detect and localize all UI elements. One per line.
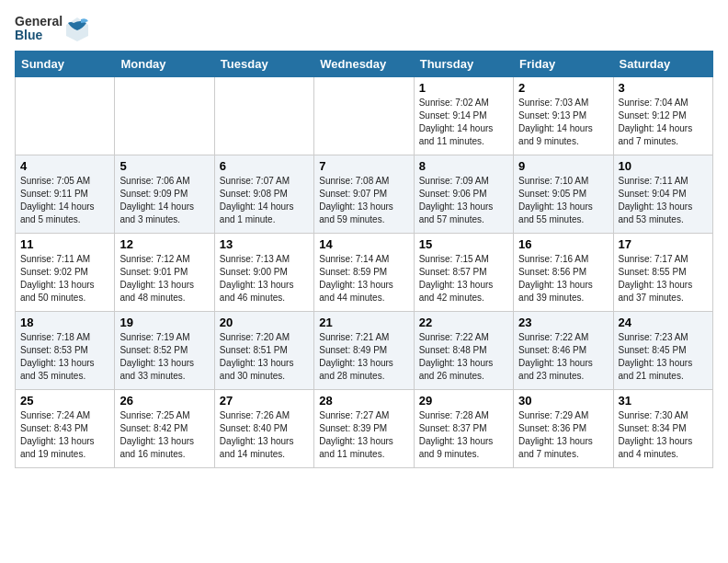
- calendar-cell: [16, 76, 115, 155]
- week-row-1: 1Sunrise: 7:02 AM Sunset: 9:14 PM Daylig…: [16, 76, 713, 155]
- day-number: 23: [518, 316, 608, 329]
- week-row-3: 11Sunrise: 7:11 AM Sunset: 9:02 PM Dayli…: [16, 233, 713, 311]
- day-number: 31: [619, 394, 708, 408]
- day-number: 8: [419, 159, 508, 173]
- days-header-row: SundayMondayTuesdayWednesdayThursdayFrid…: [16, 51, 713, 76]
- day-number: 15: [419, 237, 508, 251]
- calendar-cell: 23Sunrise: 7:22 AM Sunset: 8:46 PM Dayli…: [514, 311, 613, 389]
- calendar-cell: 26Sunrise: 7:25 AM Sunset: 8:42 PM Dayli…: [115, 389, 214, 467]
- day-header-saturday: Saturday: [613, 51, 712, 76]
- day-number: 5: [119, 159, 209, 173]
- day-info: Sunrise: 7:22 AM Sunset: 8:48 PM Dayligh…: [419, 331, 508, 383]
- day-number: 20: [220, 316, 309, 329]
- calendar-cell: 7Sunrise: 7:08 AM Sunset: 9:07 PM Daylig…: [314, 155, 414, 233]
- day-number: 27: [220, 394, 309, 408]
- day-number: 14: [319, 237, 408, 251]
- calendar-cell: 24Sunrise: 7:23 AM Sunset: 8:45 PM Dayli…: [613, 311, 712, 389]
- day-info: Sunrise: 7:22 AM Sunset: 8:46 PM Dayligh…: [518, 331, 608, 383]
- day-info: Sunrise: 7:12 AM Sunset: 9:01 PM Dayligh…: [119, 253, 209, 304]
- day-number: 16: [518, 237, 608, 251]
- calendar-cell: 13Sunrise: 7:13 AM Sunset: 9:00 PM Dayli…: [214, 233, 313, 311]
- calendar-cell: 19Sunrise: 7:19 AM Sunset: 8:52 PM Dayli…: [115, 311, 214, 389]
- day-info: Sunrise: 7:13 AM Sunset: 9:00 PM Dayligh…: [220, 253, 309, 304]
- day-info: Sunrise: 7:16 AM Sunset: 8:56 PM Dayligh…: [518, 253, 608, 304]
- day-number: 9: [518, 159, 608, 173]
- day-header-thursday: Thursday: [414, 51, 513, 76]
- calendar-cell: 28Sunrise: 7:27 AM Sunset: 8:39 PM Dayli…: [314, 389, 414, 467]
- day-number: 17: [619, 237, 708, 251]
- calendar-cell: 21Sunrise: 7:21 AM Sunset: 8:49 PM Dayli…: [314, 311, 414, 389]
- day-info: Sunrise: 7:07 AM Sunset: 9:08 PM Dayligh…: [220, 175, 309, 226]
- day-info: Sunrise: 7:10 AM Sunset: 9:05 PM Dayligh…: [518, 175, 608, 226]
- calendar-cell: 15Sunrise: 7:15 AM Sunset: 8:57 PM Dayli…: [414, 233, 513, 311]
- day-number: 30: [518, 394, 608, 408]
- calendar-cell: 1Sunrise: 7:02 AM Sunset: 9:14 PM Daylig…: [414, 76, 513, 155]
- day-info: Sunrise: 7:19 AM Sunset: 8:52 PM Dayligh…: [119, 331, 209, 383]
- day-info: Sunrise: 7:27 AM Sunset: 8:39 PM Dayligh…: [319, 409, 408, 461]
- day-info: Sunrise: 7:05 AM Sunset: 9:11 PM Dayligh…: [20, 175, 109, 226]
- day-info: Sunrise: 7:11 AM Sunset: 9:02 PM Dayligh…: [20, 253, 109, 304]
- day-number: 2: [518, 81, 608, 95]
- calendar-cell: 5Sunrise: 7:06 AM Sunset: 9:09 PM Daylig…: [115, 155, 214, 233]
- day-info: Sunrise: 7:11 AM Sunset: 9:04 PM Dayligh…: [619, 175, 708, 226]
- day-header-friday: Friday: [514, 51, 613, 76]
- day-number: 13: [220, 237, 309, 251]
- calendar-cell: 11Sunrise: 7:11 AM Sunset: 9:02 PM Dayli…: [16, 233, 115, 311]
- day-number: 12: [119, 237, 209, 251]
- week-row-5: 25Sunrise: 7:24 AM Sunset: 8:43 PM Dayli…: [16, 389, 713, 467]
- day-info: Sunrise: 7:23 AM Sunset: 8:45 PM Dayligh…: [619, 331, 708, 383]
- day-number: 18: [20, 316, 109, 329]
- day-number: 3: [619, 81, 708, 95]
- day-info: Sunrise: 7:03 AM Sunset: 9:13 PM Dayligh…: [518, 97, 608, 148]
- calendar-cell: 30Sunrise: 7:29 AM Sunset: 8:36 PM Dayli…: [514, 389, 613, 467]
- logo-general: General: [15, 15, 63, 29]
- day-header-sunday: Sunday: [16, 51, 115, 76]
- calendar-cell: 29Sunrise: 7:28 AM Sunset: 8:37 PM Dayli…: [414, 389, 513, 467]
- day-number: 28: [319, 394, 408, 408]
- day-number: 24: [619, 316, 708, 329]
- day-info: Sunrise: 7:25 AM Sunset: 8:42 PM Dayligh…: [119, 409, 209, 461]
- day-info: Sunrise: 7:14 AM Sunset: 8:59 PM Dayligh…: [319, 253, 408, 304]
- day-number: 29: [419, 394, 508, 408]
- logo: General Blue: [15, 15, 90, 43]
- calendar-cell: 31Sunrise: 7:30 AM Sunset: 8:34 PM Dayli…: [613, 389, 712, 467]
- day-info: Sunrise: 7:29 AM Sunset: 8:36 PM Dayligh…: [518, 409, 608, 461]
- day-info: Sunrise: 7:15 AM Sunset: 8:57 PM Dayligh…: [419, 253, 508, 304]
- logo-bird-icon: [64, 16, 90, 41]
- calendar-cell: 22Sunrise: 7:22 AM Sunset: 8:48 PM Dayli…: [414, 311, 513, 389]
- calendar-cell: 6Sunrise: 7:07 AM Sunset: 9:08 PM Daylig…: [214, 155, 313, 233]
- day-header-monday: Monday: [115, 51, 214, 76]
- day-info: Sunrise: 7:04 AM Sunset: 9:12 PM Dayligh…: [619, 97, 708, 148]
- day-number: 6: [220, 159, 309, 173]
- day-number: 1: [419, 81, 508, 95]
- header: General Blue: [15, 15, 713, 43]
- calendar-cell: 16Sunrise: 7:16 AM Sunset: 8:56 PM Dayli…: [514, 233, 613, 311]
- day-number: 22: [419, 316, 508, 329]
- day-info: Sunrise: 7:17 AM Sunset: 8:55 PM Dayligh…: [619, 253, 708, 304]
- day-number: 7: [319, 159, 408, 173]
- day-info: Sunrise: 7:02 AM Sunset: 9:14 PM Dayligh…: [419, 97, 508, 148]
- day-info: Sunrise: 7:06 AM Sunset: 9:09 PM Dayligh…: [119, 175, 209, 226]
- day-info: Sunrise: 7:24 AM Sunset: 8:43 PM Dayligh…: [20, 409, 109, 461]
- day-number: 10: [619, 159, 708, 173]
- calendar-cell: 14Sunrise: 7:14 AM Sunset: 8:59 PM Dayli…: [314, 233, 414, 311]
- calendar-cell: [314, 76, 414, 155]
- day-number: 25: [20, 394, 109, 408]
- calendar-cell: 20Sunrise: 7:20 AM Sunset: 8:51 PM Dayli…: [214, 311, 313, 389]
- day-info: Sunrise: 7:18 AM Sunset: 8:53 PM Dayligh…: [20, 331, 109, 383]
- logo-text: General Blue: [15, 15, 63, 43]
- day-info: Sunrise: 7:28 AM Sunset: 8:37 PM Dayligh…: [419, 409, 508, 461]
- calendar-cell: 8Sunrise: 7:09 AM Sunset: 9:06 PM Daylig…: [414, 155, 513, 233]
- calendar-cell: 27Sunrise: 7:26 AM Sunset: 8:40 PM Dayli…: [214, 389, 313, 467]
- day-info: Sunrise: 7:20 AM Sunset: 8:51 PM Dayligh…: [220, 331, 309, 383]
- calendar-cell: 17Sunrise: 7:17 AM Sunset: 8:55 PM Dayli…: [613, 233, 712, 311]
- day-number: 21: [319, 316, 408, 329]
- day-header-wednesday: Wednesday: [314, 51, 414, 76]
- logo: General Blue: [15, 15, 90, 43]
- day-info: Sunrise: 7:09 AM Sunset: 9:06 PM Dayligh…: [419, 175, 508, 226]
- day-info: Sunrise: 7:08 AM Sunset: 9:07 PM Dayligh…: [319, 175, 408, 226]
- day-info: Sunrise: 7:30 AM Sunset: 8:34 PM Dayligh…: [619, 409, 708, 461]
- day-number: 26: [119, 394, 209, 408]
- calendar-cell: 4Sunrise: 7:05 AM Sunset: 9:11 PM Daylig…: [16, 155, 115, 233]
- calendar-cell: 18Sunrise: 7:18 AM Sunset: 8:53 PM Dayli…: [16, 311, 115, 389]
